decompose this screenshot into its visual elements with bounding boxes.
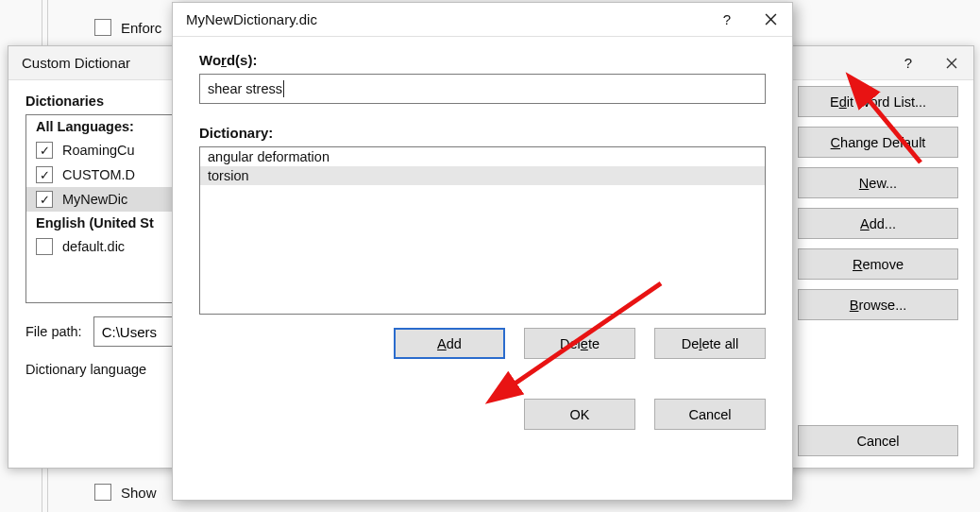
help-icon[interactable]: ? [705, 3, 749, 37]
change-default-button[interactable]: Change Default [798, 127, 958, 158]
english-us-group-label: English (United St [36, 215, 154, 230]
ok-button[interactable]: OK [524, 399, 635, 430]
default-checkbox[interactable] [36, 238, 53, 255]
words-label: Word(s): [199, 52, 766, 68]
enforce-checkbox-bg [94, 19, 111, 36]
close-icon[interactable] [749, 3, 792, 37]
remove-button[interactable]: Remove [798, 248, 958, 280]
file-path-label: File path: [25, 324, 82, 339]
dictionary-language-label: Dictionary language [25, 362, 146, 377]
cancel-custom-dict-button[interactable]: Cancel [798, 425, 958, 456]
edit-dialog-title: MyNewDictionary.dic [186, 11, 705, 27]
list-item: RoamingCu [62, 143, 135, 158]
word-input[interactable]: shear stress [199, 74, 766, 104]
show-checkbox-bg [94, 484, 111, 501]
custom-checkbox[interactable]: ✓ [36, 166, 53, 183]
roaming-checkbox[interactable]: ✓ [36, 142, 53, 159]
delete-word-button[interactable]: Delete [524, 328, 635, 359]
enforce-label-bg: Enforc [121, 20, 161, 36]
list-item: CUSTOM.D [62, 167, 135, 182]
list-item: MyNewDic [62, 192, 127, 207]
browse-button[interactable]: Browse... [798, 289, 958, 320]
cancel-button[interactable]: Cancel [654, 399, 766, 430]
list-item[interactable]: torsion [200, 166, 765, 185]
add-word-button[interactable]: Add [394, 328, 505, 359]
dictionary-entries-list[interactable]: angular deformation torsion [199, 146, 766, 315]
all-languages-group-label: All Languages: [36, 119, 134, 134]
dictionary-label: Dictionary: [199, 125, 766, 141]
edit-word-list-button[interactable]: Edit Word List... [798, 86, 958, 117]
mynew-checkbox[interactable]: ✓ [36, 191, 53, 208]
show-label-bg: Show [121, 485, 157, 501]
close-icon[interactable] [930, 46, 973, 80]
delete-all-button[interactable]: Delete all [654, 328, 766, 359]
word-input-value: shear stress [208, 81, 282, 96]
add-dict-button[interactable]: Add... [798, 208, 958, 239]
list-item[interactable]: angular deformation [200, 147, 765, 166]
edit-dictionary-dialog: MyNewDictionary.dic ? Word(s): shear str… [172, 2, 793, 501]
new-button[interactable]: New... [798, 167, 958, 198]
list-item: default.dic [62, 239, 125, 254]
help-icon[interactable]: ? [887, 46, 930, 80]
